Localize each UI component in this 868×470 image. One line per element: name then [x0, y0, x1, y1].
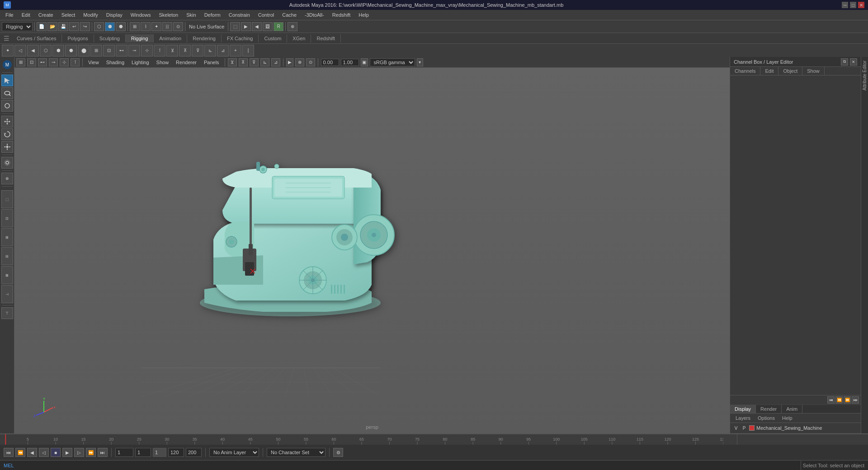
dt-tab-anim[interactable]: Anim: [782, 405, 802, 413]
menu-deform[interactable]: Deform: [201, 11, 224, 19]
timeline-ruler[interactable]: [0, 434, 737, 445]
show-manipulator-button[interactable]: ⊕: [1, 173, 13, 184]
shelf-btn-16[interactable]: ⊽: [192, 45, 203, 56]
select-by-object[interactable]: ⬢: [105, 22, 115, 31]
menu-edit[interactable]: Edit: [18, 11, 34, 19]
bottom-icon[interactable]: ⊤: [1, 307, 13, 319]
cb-tab-edit[interactable]: Edit: [760, 67, 778, 75]
vp-gamma-arrow[interactable]: ▾: [417, 58, 423, 66]
paint-select-button[interactable]: [1, 100, 13, 112]
open-scene-button[interactable]: 📂: [47, 22, 57, 31]
menu-redshift[interactable]: Redshift: [329, 11, 354, 19]
tab-sculpting[interactable]: Sculpting: [94, 34, 126, 42]
dt-tab-display[interactable]: Display: [730, 405, 756, 413]
move-tool-button[interactable]: [1, 116, 13, 127]
select-tool-button[interactable]: [1, 75, 13, 86]
shelf-btn-18[interactable]: ⊿: [217, 45, 229, 56]
panel-float-button[interactable]: ⧉: [841, 58, 848, 66]
vp-display-mode-3[interactable]: ⊽: [250, 58, 259, 66]
vp-gamma-select[interactable]: sRGB gamma: [370, 58, 415, 66]
shelf-btn-14[interactable]: ⊻: [166, 45, 178, 56]
tab-animation[interactable]: Animation: [154, 34, 187, 42]
shelf-btn-5[interactable]: ⬢: [52, 45, 64, 56]
snap-grid[interactable]: ⊞: [130, 22, 140, 31]
shelf-btn-plus[interactable]: +: [230, 45, 241, 56]
maximize-button[interactable]: □: [850, 2, 856, 8]
cmd-input[interactable]: [18, 463, 799, 468]
tab-curves-surfaces[interactable]: Curves / Surfaces: [11, 34, 62, 42]
scale-tool-button[interactable]: [1, 141, 13, 153]
render-current[interactable]: ▶: [241, 22, 251, 31]
shelf-btn-12[interactable]: ⊹: [141, 45, 153, 56]
shelf-btn-2[interactable]: ◁: [14, 45, 26, 56]
ipr-render[interactable]: ◀: [252, 22, 262, 31]
transport-play[interactable]: ▶: [62, 448, 72, 457]
save-scene-button[interactable]: 💾: [58, 22, 68, 31]
rotate-tool-button[interactable]: [1, 128, 13, 140]
layer-color-swatch[interactable]: [749, 425, 755, 431]
lasso-select-button[interactable]: [1, 87, 13, 99]
transport-next-frame[interactable]: ▷: [74, 448, 84, 457]
shelf-btn-8[interactable]: ⊞: [90, 45, 102, 56]
vp-img-plane-btn[interactable]: ⊷: [38, 58, 47, 66]
select-by-component[interactable]: ⬣: [116, 22, 126, 31]
attribute-editor-label[interactable]: Attribute Editor: [861, 57, 868, 94]
vp-shader-btn[interactable]: ⊺: [71, 58, 80, 66]
transport-next-key[interactable]: ⏩: [86, 448, 96, 457]
select-by-hierarchy[interactable]: ⬡: [94, 22, 104, 31]
vp-gamma-toggle[interactable]: ▣: [361, 58, 368, 66]
vp-menu-shading[interactable]: Shading: [104, 59, 127, 66]
layer-arrow-next[interactable]: ⏩: [844, 396, 851, 404]
vp-menu-renderer[interactable]: Renderer: [173, 59, 199, 66]
dst-options[interactable]: Options: [754, 414, 778, 422]
transport-prev-key[interactable]: ⏪: [15, 448, 25, 457]
vp-display-mode-1[interactable]: ⊻: [228, 58, 237, 66]
tab-custom[interactable]: Custom: [259, 34, 287, 42]
transport-start[interactable]: ⏮: [4, 448, 14, 457]
dst-layers[interactable]: Layers: [732, 414, 754, 422]
vp-menu-view[interactable]: View: [85, 59, 102, 66]
transport-play-back[interactable]: ◁: [39, 448, 49, 457]
vp-grid-btn[interactable]: ⊡: [27, 58, 36, 66]
transport-prev-frame[interactable]: ◀: [27, 448, 37, 457]
shelf-btn-7[interactable]: ⬤: [78, 45, 90, 56]
snap-point[interactable]: ✦: [151, 22, 161, 31]
menu-control[interactable]: Control: [255, 11, 278, 19]
cb-tab-object[interactable]: Object: [778, 67, 802, 75]
panel-close-button[interactable]: ✕: [850, 58, 857, 66]
layer-playback[interactable]: P: [741, 425, 747, 431]
shelf-btn-13[interactable]: ⊺: [154, 45, 165, 56]
mini-panel-5[interactable]: ⊠: [1, 266, 13, 284]
vp-cam-btn-2[interactable]: ⊕: [295, 58, 304, 66]
transport-end[interactable]: ⏭: [98, 448, 108, 457]
mini-panel-1[interactable]: ⬚: [1, 190, 13, 208]
mini-panel-6[interactable]: ⊣: [1, 285, 13, 303]
tab-redshift[interactable]: Redshift: [311, 34, 340, 42]
shelf-btn-9[interactable]: ⊡: [103, 45, 115, 56]
minimize-button[interactable]: ─: [842, 2, 848, 8]
undo-button[interactable]: ↩: [69, 22, 79, 31]
mode-selector[interactable]: Rigging: [2, 22, 33, 31]
vp-menu-lighting[interactable]: Lighting: [129, 59, 152, 66]
menu-help[interactable]: Help: [355, 11, 373, 19]
menu-constrain[interactable]: Constrain: [225, 11, 254, 19]
dst-help[interactable]: Help: [778, 414, 796, 422]
frame-mid-field[interactable]: 1: [153, 448, 166, 457]
shelf-btn-10[interactable]: ⊷: [116, 45, 127, 56]
maya-artisan[interactable]: ⊕: [288, 22, 297, 31]
shelf-btn-pipe[interactable]: |: [242, 45, 254, 56]
layer-arrow-last[interactable]: ⏭: [852, 396, 859, 404]
shelf-btn-1[interactable]: ✦: [2, 45, 14, 56]
frame-range-end2[interactable]: 200: [186, 448, 202, 457]
show-render[interactable]: 🖼: [263, 22, 273, 31]
close-button[interactable]: ✕: [858, 2, 864, 8]
redo-button[interactable]: ↪: [80, 22, 90, 31]
render-settings[interactable]: ⬚: [230, 22, 240, 31]
shelf-btn-6[interactable]: ⬣: [65, 45, 77, 56]
shelf-btn-17[interactable]: ⊾: [204, 45, 216, 56]
vp-wireframe-btn[interactable]: ⊹: [60, 58, 69, 66]
new-scene-button[interactable]: 📄: [37, 22, 47, 31]
menu-file[interactable]: File: [2, 11, 17, 19]
menu-create[interactable]: Create: [35, 11, 57, 19]
soft-select-button[interactable]: [1, 157, 13, 169]
